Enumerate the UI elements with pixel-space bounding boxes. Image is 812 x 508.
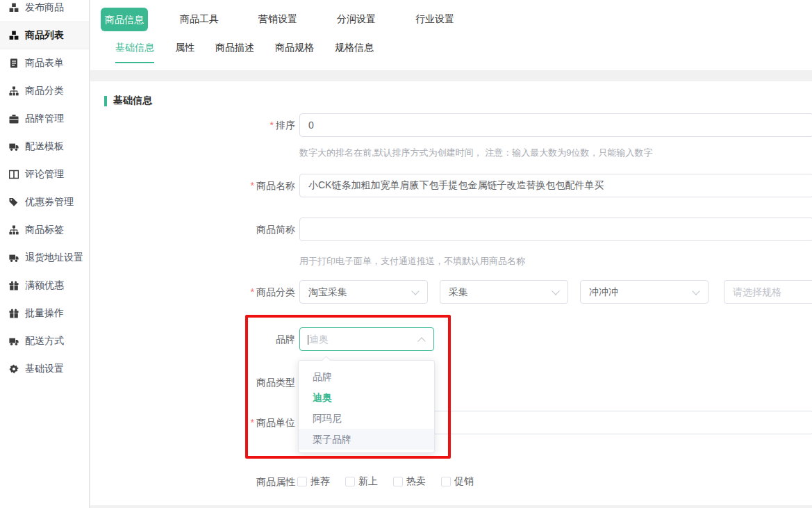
sidebar-item-label: 品牌管理: [25, 113, 64, 125]
spec-select-placeholder: 请选择规格: [733, 286, 781, 297]
checkbox-recommend[interactable]: 推荐: [297, 475, 330, 488]
basic-info-form-card: 基础信息 *排序 数字大的排名在前,默认排序方式为创建时间， 注意：输入最大数为…: [90, 81, 812, 505]
sidebar-item-label: 配送模板: [25, 140, 64, 153]
sidebar-item-publish-product[interactable]: 发布商品: [0, 0, 89, 22]
brand-select-value: 迪奥: [309, 334, 329, 345]
gift-icon: [9, 281, 19, 290]
sidebar-item-product-category[interactable]: 商品分类: [0, 77, 89, 105]
subtab-product-description[interactable]: 商品描述: [215, 42, 254, 63]
brand-label: 品牌: [90, 327, 295, 351]
gift-icon: [9, 309, 19, 318]
tab-industry-settings[interactable]: 行业设置: [415, 13, 454, 26]
product-attrs-group: 推荐 新上 热卖 促销: [297, 475, 474, 489]
chevron-down-icon: [552, 287, 559, 295]
required-mark: *: [251, 180, 254, 191]
checkbox-label: 新上: [358, 475, 378, 488]
brand-select[interactable]: 迪奥: [299, 327, 434, 351]
checkbox-icon[interactable]: [441, 477, 451, 486]
category-select-value: 采集: [449, 286, 468, 297]
checkbox-label: 促销: [454, 475, 474, 488]
category-select-level3[interactable]: 冲冲冲: [580, 280, 709, 304]
document-icon: [9, 58, 19, 68]
sort-input[interactable]: [299, 113, 812, 137]
product-name-label: *商品名称: [90, 174, 295, 197]
sidebar-item-product-form[interactable]: 商品表单: [0, 49, 89, 77]
checkbox-promo[interactable]: 促销: [441, 475, 474, 488]
sidebar: 发布商品 商品列表 商品表单 商品分类 品牌管理 配送模板 评论管理 优惠券管: [0, 0, 90, 508]
brand-option-lizi[interactable]: 栗子品牌: [299, 429, 434, 450]
short-name-label: 商品简称: [90, 218, 295, 241]
section-title-bar: [104, 96, 107, 106]
sidebar-item-label: 商品分类: [25, 85, 64, 97]
required-mark: *: [251, 417, 254, 428]
tab-profit-settings[interactable]: 分润设置: [337, 13, 376, 26]
sidebar-item-basic-settings[interactable]: 基础设置: [0, 355, 89, 383]
checkbox-new[interactable]: 新上: [345, 475, 378, 488]
checkbox-icon[interactable]: [297, 477, 307, 486]
subtab-basic-info[interactable]: 基础信息: [115, 42, 154, 63]
category-select-level2[interactable]: 采集: [440, 280, 568, 304]
chevron-up-icon: [417, 337, 425, 345]
sitemap-icon: [9, 86, 19, 96]
sidebar-item-full-discount[interactable]: 满额优惠: [0, 272, 89, 300]
subtab-product-spec[interactable]: 商品规格: [275, 42, 314, 63]
sidebar-item-product-tags[interactable]: 商品标签: [0, 216, 89, 244]
sidebar-menu: 发布商品 商品列表 商品表单 商品分类 品牌管理 配送模板 评论管理 优惠券管: [0, 0, 89, 383]
cubes-icon: [9, 31, 19, 40]
required-mark: *: [251, 286, 254, 297]
checkbox-label: 推荐: [310, 475, 330, 488]
sidebar-item-shipping-method[interactable]: 配送方式: [0, 327, 89, 355]
sidebar-item-return-address[interactable]: 退货地址设置: [0, 244, 89, 272]
category-select-value: 淘宝采集: [308, 286, 347, 297]
brand-option-dior[interactable]: 迪奥: [299, 387, 434, 408]
sort-help-text: 数字大的排名在前,默认排序方式为创建时间， 注意：输入最大数为9位数，只能输入数…: [299, 147, 652, 159]
checkbox-icon[interactable]: [393, 477, 403, 486]
short-name-input[interactable]: [299, 218, 812, 241]
tab-product-tools[interactable]: 商品工具: [180, 13, 219, 26]
product-name-input[interactable]: [299, 174, 812, 197]
sidebar-item-label: 批量操作: [25, 307, 64, 320]
table-icon: [9, 170, 19, 179]
spec-select[interactable]: 请选择规格: [724, 280, 812, 304]
sitemap-icon: [9, 225, 19, 235]
product-attrs-label: 商品属性: [90, 475, 295, 489]
sidebar-item-review-management[interactable]: 评论管理: [0, 161, 89, 188]
sidebar-item-brand-management[interactable]: 品牌管理: [0, 105, 89, 133]
briefcase-icon: [9, 114, 19, 124]
dropdown-arrow: [322, 356, 331, 365]
text-cursor: [308, 335, 308, 345]
truck-icon: [9, 253, 19, 263]
sidebar-item-batch-operation[interactable]: 批量操作: [0, 300, 89, 327]
cubes-icon: [9, 3, 19, 13]
checkbox-hot[interactable]: 热卖: [393, 475, 426, 488]
sidebar-item-label: 退货地址设置: [25, 252, 83, 264]
truck-icon: [9, 336, 19, 346]
checkbox-label: 热卖: [406, 475, 426, 488]
brand-option-default[interactable]: 品牌: [299, 366, 434, 387]
short-name-help-text: 用于打印电子面单，支付通道推送，不填默认用商品名称: [299, 255, 525, 268]
sidebar-item-coupon-management[interactable]: 优惠券管理: [0, 188, 89, 216]
sidebar-item-shipping-template[interactable]: 配送模板: [0, 133, 89, 161]
subtab-attributes[interactable]: 属性: [175, 42, 194, 63]
gear-icon: [9, 364, 19, 374]
sidebar-item-label: 商品表单: [25, 57, 64, 69]
brand-option-armani[interactable]: 阿玛尼: [299, 408, 434, 429]
sort-label: *排序: [90, 113, 295, 137]
sidebar-item-label: 评论管理: [25, 168, 64, 181]
sidebar-item-label: 满额优惠: [25, 279, 64, 292]
subtab-spec-info[interactable]: 规格信息: [335, 42, 374, 63]
sidebar-item-label: 商品列表: [25, 29, 64, 42]
sub-tab-bar: 基础信息 属性 商品描述 商品规格 规格信息: [115, 42, 374, 63]
product-unit-label: *商品单位: [90, 411, 295, 434]
checkbox-icon[interactable]: [345, 477, 355, 486]
category-select-value: 冲冲冲: [589, 286, 618, 297]
category-label: *商品分类: [90, 280, 295, 304]
tags-icon: [9, 197, 19, 207]
category-select-level1[interactable]: 淘宝采集: [299, 280, 428, 304]
product-type-label: 商品类型: [90, 370, 295, 394]
tab-product-info[interactable]: 商品信息: [101, 8, 148, 31]
chevron-down-icon: [692, 287, 699, 295]
section-title: 基础信息: [104, 95, 152, 107]
tab-marketing-settings[interactable]: 营销设置: [258, 13, 297, 26]
sidebar-item-product-list[interactable]: 商品列表: [0, 22, 89, 49]
